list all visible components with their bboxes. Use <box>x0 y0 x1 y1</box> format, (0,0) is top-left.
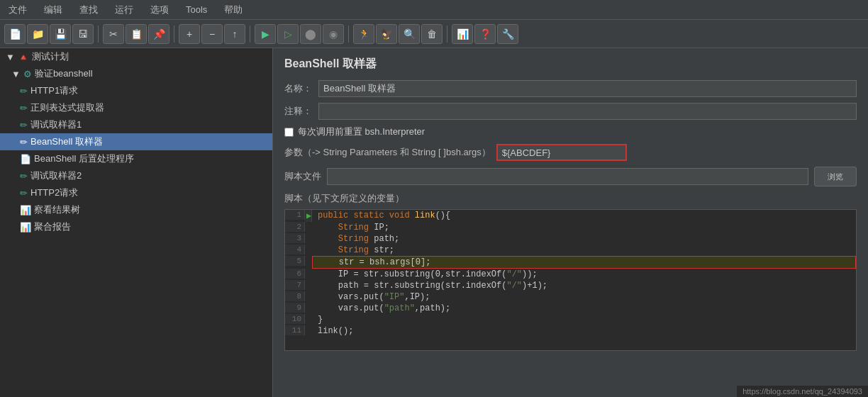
code-line-3: 3 String path; <box>285 233 856 245</box>
help-btn[interactable]: ❓ <box>474 24 496 44</box>
code-line-9: 9 vars.put("path",path); <box>285 303 856 314</box>
remote-stop-button[interactable]: 🦅 <box>376 24 397 44</box>
sidebar-item-regex[interactable]: ✏ 正则表达式提取器 <box>0 99 272 116</box>
save-alt-button[interactable]: 🖫 <box>72 24 94 44</box>
start-no-pause-button[interactable]: ▷ <box>277 24 299 44</box>
expand-icon: ▼ <box>11 69 21 79</box>
add-button[interactable]: + <box>179 24 200 44</box>
stop-button[interactable]: ⬤ <box>300 24 321 44</box>
move-up-button[interactable]: ↑ <box>224 24 245 44</box>
sidebar-item-label: HTTP1请求 <box>30 84 78 97</box>
script-file-label: 脚本文件 <box>284 170 321 183</box>
params-input[interactable] <box>496 144 627 161</box>
sidebar-item-http2[interactable]: ✏ HTTP2请求 <box>0 184 272 201</box>
code-line-8: 8 vars.put("IP",IP); <box>285 291 856 303</box>
sidebar: ▼ 🔺 测试计划 ▼ ⚙ 验证beanshell ✏ HTTP1请求 ✏ 正则表… <box>0 48 273 397</box>
code-line-1: 1 ▶ public static void link(){ <box>285 210 856 222</box>
plan-icon: 🔺 <box>18 52 29 62</box>
code-line-2: 2 String IP; <box>285 222 856 233</box>
sidebar-item-debug1[interactable]: ✏ 调试取样器1 <box>0 116 272 133</box>
script-file-row: 脚本文件 浏览 <box>284 167 857 186</box>
open-button[interactable]: 📁 <box>27 24 48 44</box>
sampler-icon-2: ✏ <box>20 171 28 181</box>
menu-options[interactable]: 选项 <box>148 2 172 18</box>
remote-start-button[interactable]: 🏃 <box>353 24 374 44</box>
listener-icon: 📊 <box>20 205 31 216</box>
code-line-6: 6 IP = str.substring(0,str.indexOf("/"))… <box>285 269 856 280</box>
shutdown-button[interactable]: ◉ <box>323 24 344 44</box>
new-button[interactable]: 📄 <box>4 24 26 44</box>
code-editor: 1 ▶ public static void link(){ 2 String … <box>284 209 857 351</box>
checkbox-row: 每次调用前重置 bsh.Interpreter <box>284 125 857 138</box>
sidebar-item-aggregate[interactable]: 📊 聚合报告 <box>0 218 272 235</box>
sidebar-item-label: 调试取样器2 <box>30 169 82 182</box>
search-button[interactable]: 🔍 <box>399 24 420 44</box>
sampler-icon: ✏ <box>20 137 28 147</box>
toolbar-sep-3 <box>250 26 250 43</box>
main-layout: ▼ 🔺 测试计划 ▼ ⚙ 验证beanshell ✏ HTTP1请求 ✏ 正则表… <box>0 48 868 397</box>
save-button[interactable]: 💾 <box>50 24 71 44</box>
status-bar: https://blog.csdn.net/qq_24394093 <box>737 386 868 397</box>
code-line-7: 7 path = str.substring(str.indexOf("/")+… <box>285 280 856 291</box>
extra-button[interactable]: 🔧 <box>497 24 518 44</box>
menu-find[interactable]: 查找 <box>77 2 101 18</box>
params-label: 参数（-> String Parameters 和 String [ ]bsh.… <box>284 146 491 159</box>
sidebar-item-test-plan[interactable]: ▼ 🔺 测试计划 <box>0 48 272 65</box>
browse-button[interactable]: 浏览 <box>814 167 857 186</box>
sidebar-item-results-tree[interactable]: 📊 察看结果树 <box>0 201 272 218</box>
name-label: 名称： <box>284 82 313 95</box>
comment-input[interactable] <box>318 103 857 120</box>
name-input[interactable] <box>318 80 857 97</box>
post-icon: 📄 <box>20 154 31 164</box>
sidebar-item-label: 正则表达式提取器 <box>30 101 104 114</box>
sidebar-item-label: 测试计划 <box>32 50 69 63</box>
group-icon: ⚙ <box>23 69 32 79</box>
comment-row: 注释： <box>284 103 857 120</box>
code-line-10: 10 } <box>285 314 856 325</box>
sidebar-item-label: 察看结果树 <box>34 203 80 216</box>
toolbar-sep-5 <box>447 26 447 43</box>
menu-edit[interactable]: 编辑 <box>41 2 65 18</box>
start-button[interactable]: ▶ <box>255 24 276 44</box>
reset-checkbox[interactable] <box>284 128 294 137</box>
sidebar-item-debug2[interactable]: ✏ 调试取样器2 <box>0 167 272 184</box>
aggregate-icon: 📊 <box>20 222 31 233</box>
sidebar-item-beanshell[interactable]: ✏ BeanShell 取样器 <box>0 133 272 150</box>
sidebar-item-verify-beanshell[interactable]: ▼ ⚙ 验证beanshell <box>0 65 272 82</box>
copy-button[interactable]: 📋 <box>126 24 147 44</box>
toolbar: 📄 📁 💾 🖫 ✂ 📋 📌 + − ↑ ▶ ▷ ⬤ ◉ 🏃 🦅 🔍 🗑 📊 ❓ … <box>0 20 868 48</box>
comment-label: 注释： <box>284 105 313 118</box>
toolbar-sep-2 <box>174 26 174 43</box>
menu-tools[interactable]: Tools <box>183 3 210 16</box>
script-file-input[interactable] <box>327 168 808 185</box>
report-button[interactable]: 📊 <box>452 24 473 44</box>
remove-button[interactable]: − <box>201 24 223 44</box>
menu-run[interactable]: 运行 <box>112 2 136 18</box>
cut-button[interactable]: ✂ <box>103 24 124 44</box>
script-section-label: 脚本（见下文所定义的变量） <box>284 192 857 205</box>
code-line-5: 5 str = bsh.args[0]; <box>285 256 856 269</box>
menu-bar: 文件 编辑 查找 运行 选项 Tools 帮助 <box>0 0 868 20</box>
sidebar-item-label: BeanShell 取样器 <box>30 135 103 148</box>
name-row: 名称： <box>284 80 857 97</box>
sidebar-item-label: 验证beanshell <box>35 67 93 80</box>
extractor-icon: ✏ <box>20 103 28 113</box>
request-icon-2: ✏ <box>20 188 28 198</box>
sidebar-item-label: 调试取样器1 <box>30 118 82 131</box>
sidebar-item-http1[interactable]: ✏ HTTP1请求 <box>0 82 272 99</box>
menu-file[interactable]: 文件 <box>6 2 30 18</box>
sampler-icon: ✏ <box>20 120 28 130</box>
panel-title: BeanShell 取样器 <box>284 57 857 72</box>
expand-icon: ▼ <box>6 52 15 62</box>
toolbar-sep-1 <box>98 26 99 43</box>
sidebar-item-label: BeanShell 后置处理程序 <box>34 152 134 165</box>
clear-button[interactable]: 🗑 <box>421 24 443 44</box>
toolbar-sep-4 <box>348 26 349 43</box>
sidebar-item-label: 聚合报告 <box>34 220 71 233</box>
sidebar-item-beanshell-post[interactable]: 📄 BeanShell 后置处理程序 <box>0 150 272 167</box>
content-panel: BeanShell 取样器 名称： 注释： 每次调用前重置 bsh.Interp… <box>273 48 868 397</box>
sidebar-item-label: HTTP2请求 <box>30 186 78 199</box>
menu-help[interactable]: 帮助 <box>221 2 245 18</box>
paste-button[interactable]: 📌 <box>148 24 169 44</box>
code-line-11: 11 link(); <box>285 325 856 337</box>
